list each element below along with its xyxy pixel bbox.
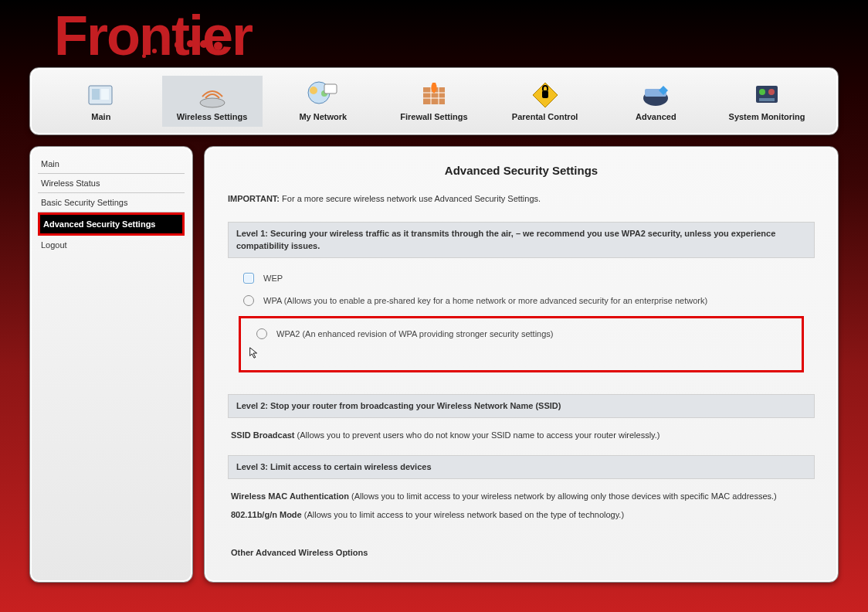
nav-parental-control[interactable]: Parental Control: [495, 76, 595, 127]
security-option-wpa[interactable]: WPA (Allows you to enable a pre-shared k…: [228, 290, 815, 312]
sidebar-item-basic-security[interactable]: Basic Security Settings: [38, 193, 185, 212]
nav-wireless-label: Wireless Settings: [173, 111, 252, 122]
nav-monitoring-label: System Monitoring: [727, 111, 806, 122]
ssid-broadcast-setting[interactable]: SSID Broadcast (Allows you to prevent us…: [228, 427, 815, 455]
cursor-icon: [249, 347, 803, 362]
level3-header: Level 3: Limit access to certain wireles…: [228, 455, 815, 479]
svg-rect-21: [759, 98, 775, 101]
svg-rect-1: [92, 89, 100, 100]
security-option-wpa2[interactable]: WPA2 (An enhanced revision of WPA provid…: [244, 325, 798, 344]
sidebar-item-advanced-security[interactable]: Advanced Security Settings: [38, 212, 185, 236]
nav-parental-label: Parental Control: [506, 111, 585, 122]
svg-rect-2: [101, 89, 109, 100]
mode-label: 802.11b/g/n Mode: [231, 510, 302, 519]
wep-label: WEP: [263, 272, 799, 285]
radio-wpa[interactable]: [243, 295, 254, 306]
firewall-icon: [417, 80, 451, 110]
monitoring-icon: [750, 80, 784, 110]
radio-wep[interactable]: [243, 273, 254, 284]
important-label: IMPORTANT:: [228, 194, 280, 203]
logo-dots-icon: [139, 0, 225, 61]
nav-main[interactable]: Main: [51, 76, 151, 127]
nav-wireless-settings[interactable]: Wireless Settings: [162, 76, 263, 127]
brand-logo: Frontier: [54, 4, 252, 67]
svg-point-20: [768, 89, 775, 95]
svg-point-5: [310, 87, 317, 94]
wpa-label: WPA (Allows you to enable a pre-shared k…: [263, 294, 799, 308]
svg-rect-14: [542, 90, 548, 98]
ssid-label: SSID Broadcast: [231, 430, 295, 440]
top-nav: Main Wireless Settings My Network Firewa…: [29, 67, 839, 135]
radio-wpa2[interactable]: [256, 328, 267, 339]
advanced-icon: [639, 80, 673, 110]
svg-point-3: [200, 98, 225, 107]
mode-text: (Allows you to limit access to your wire…: [302, 510, 624, 519]
sidebar-item-logout[interactable]: Logout: [38, 236, 185, 254]
mac-auth-setting[interactable]: Wireless MAC Authentication (Allows you …: [228, 488, 815, 507]
nav-network-label: My Network: [283, 111, 362, 122]
nav-firewall-label: Firewall Settings: [395, 111, 473, 122]
svg-point-19: [759, 89, 765, 95]
wireless-icon: [195, 80, 229, 110]
content-panel: Advanced Security Settings IMPORTANT: Fo…: [204, 146, 839, 583]
page-title: Advanced Security Settings: [228, 164, 815, 177]
level2-header: Level 2: Stop your router from broadcast…: [228, 394, 815, 418]
home-icon: [84, 80, 118, 110]
wpa2-highlight-box: WPA2 (An enhanced revision of WPA provid…: [239, 316, 804, 372]
sidebar-item-main[interactable]: Main: [38, 155, 185, 174]
logo-area: Frontier: [0, 0, 868, 67]
level1-header: Level 1: Securing your wireless traffic …: [228, 222, 815, 258]
nav-firewall-settings[interactable]: Firewall Settings: [384, 76, 484, 127]
security-option-wep[interactable]: WEP: [228, 267, 815, 290]
parental-icon: [528, 80, 562, 110]
important-text: For a more secure wireless network use A…: [280, 194, 541, 203]
other-advanced-options[interactable]: Other Advanced Wireless Options: [228, 534, 815, 557]
nav-system-monitoring[interactable]: System Monitoring: [717, 76, 817, 127]
nav-my-network[interactable]: My Network: [273, 76, 373, 127]
ssid-text: (Allows you to prevent users who do not …: [295, 430, 660, 440]
nav-advanced[interactable]: Advanced: [605, 76, 706, 127]
svg-rect-7: [324, 84, 337, 94]
nav-advanced-label: Advanced: [616, 111, 695, 122]
important-note: IMPORTANT: For a more secure wireless ne…: [228, 194, 815, 203]
mac-label: Wireless MAC Authentication: [231, 491, 349, 501]
network-icon: [306, 80, 340, 110]
wpa2-label: WPA2 (An enhanced revision of WPA provid…: [276, 328, 786, 341]
sidebar: Main Wireless Status Basic Security Sett…: [29, 146, 193, 583]
mode-setting[interactable]: 802.11b/g/n Mode (Allows you to limit ac…: [228, 507, 815, 535]
nav-main-label: Main: [62, 111, 141, 122]
sidebar-item-wireless-status[interactable]: Wireless Status: [38, 174, 185, 193]
mac-text: (Allows you to limit access to your wire…: [349, 491, 777, 501]
